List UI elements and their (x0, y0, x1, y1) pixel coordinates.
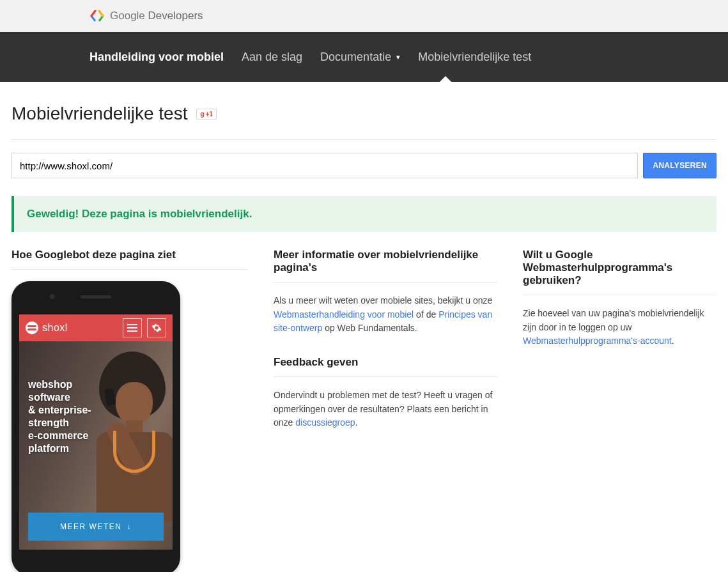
page-title: Mobielvriendelijke test (12, 104, 187, 124)
gplus-icon: g (200, 111, 204, 118)
shoxl-wordmark: shoxl (42, 322, 68, 334)
col1-heading: Hoe Googlebot deze pagina ziet (12, 249, 248, 270)
phone-mockup: shoxl (12, 281, 180, 572)
preview-app-logo: shoxl (26, 321, 118, 334)
url-analyze-row: ANALYSEREN (12, 153, 716, 178)
gear-icon (151, 323, 162, 333)
preview-app-header: shoxl (19, 314, 173, 341)
link-webmasterhandleiding[interactable]: Webmasterhandleiding voor mobiel (274, 309, 414, 320)
developers-brackets-icon (89, 8, 105, 24)
result-message: Geweldig! Deze pagina is mobielvriendeli… (27, 208, 704, 220)
link-discussiegroep[interactable]: discussiegroep (295, 417, 355, 428)
page-header: Mobielvriendelijke test g+1 (12, 104, 716, 140)
col2-feedback-heading: Feedback geven (274, 356, 497, 377)
col2-info-heading: Meer informatie over mobielvriendelijke … (274, 249, 497, 282)
preview-hero-text: webshop software & enterprise- strength … (28, 378, 91, 455)
nav-documentatie-label: Documentatie (320, 50, 391, 64)
nav-documentatie[interactable]: Documentatie (320, 50, 400, 64)
settings-button (147, 318, 166, 337)
hamburger-button (123, 318, 142, 337)
top-bar: Google Developers (0, 0, 728, 32)
hamburger-icon (127, 324, 137, 332)
result-banner: Geweldig! Deze pagina is mobielvriendeli… (12, 196, 716, 232)
gplus-label: +1 (206, 111, 213, 118)
arrow-down-icon: ↓ (127, 522, 132, 531)
url-input[interactable] (12, 153, 638, 178)
nav-aan-de-slag[interactable]: Aan de slag (242, 50, 302, 64)
shoxl-logo-icon (26, 321, 38, 334)
preview-cta-label: MEER WETEN (60, 522, 121, 531)
google-developers-wordmark: Google Developers (110, 10, 203, 22)
phone-screen: shoxl (19, 314, 173, 550)
col2-info-body: Als u meer wilt weten over mobiele sites… (274, 294, 497, 336)
nav-handleiding-mobiel[interactable]: Handleiding voor mobiel (89, 50, 224, 64)
analyze-button[interactable]: ANALYSEREN (643, 153, 716, 178)
preview-hero: webshop software & enterprise- strength … (19, 341, 173, 550)
link-webmaster-account[interactable]: Webmasterhulpprogramma's-account (523, 336, 672, 346)
google-developers-logo[interactable]: Google Developers (89, 8, 203, 24)
col3-body: Zie hoeveel van uw pagina's mobielvriend… (523, 307, 716, 348)
preview-cta-button: MEER WETEN ↓ (28, 513, 164, 541)
nav-mobielvriendelijke-test[interactable]: Mobielvriendelijke test (418, 50, 531, 64)
col3-heading: Wilt u Google Webmasterhulpprogramma's g… (523, 249, 716, 295)
main-nav: Handleiding voor mobiel Aan de slag Docu… (0, 32, 728, 82)
col2-feedback-body: Ondervindt u problemen met de test? Heef… (274, 389, 497, 430)
google-plus-one-button[interactable]: g+1 (196, 109, 217, 120)
